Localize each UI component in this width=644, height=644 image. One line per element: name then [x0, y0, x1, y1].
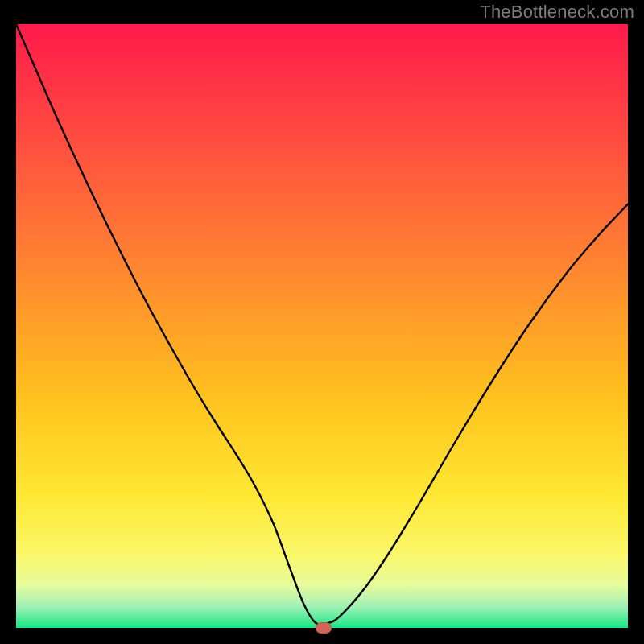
chart-frame: TheBottleneck.com	[0, 0, 644, 644]
bottleneck-marker	[316, 622, 332, 634]
chart-plot-area	[16, 24, 628, 628]
watermark-text: TheBottleneck.com	[480, 2, 634, 23]
chart-background	[16, 24, 628, 628]
chart-svg	[16, 24, 628, 628]
